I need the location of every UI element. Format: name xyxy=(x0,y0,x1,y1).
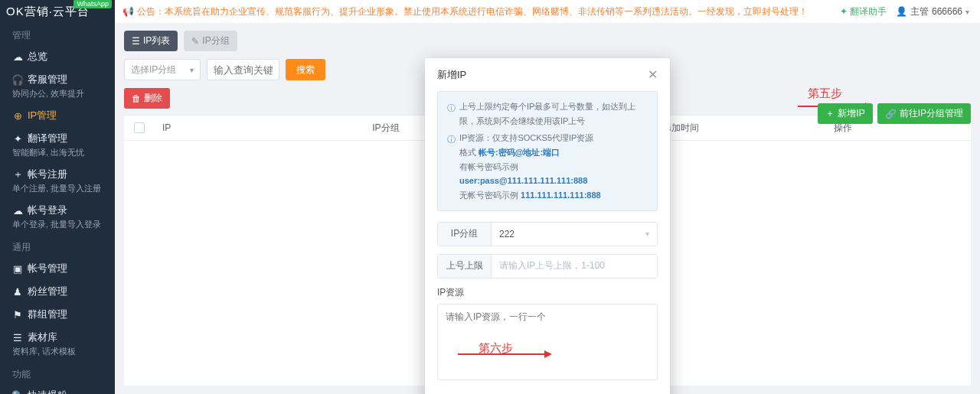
chevron-down-icon: ▾ xyxy=(965,8,969,16)
chevron-down-icon: ▾ xyxy=(190,66,194,74)
user-menu[interactable]: 👤 主管 666666 ▾ xyxy=(896,5,969,18)
sidebar-item-group-manage[interactable]: ⚑群组管理 xyxy=(0,303,115,326)
tab-ip-group[interactable]: ✎IP分组 xyxy=(184,31,237,51)
sidebar-item-fast-fans[interactable]: 🔍快速爆粉通讯录通道快速检测增粉 xyxy=(0,384,115,394)
search-button[interactable]: 搜索 xyxy=(286,59,325,80)
tag-icon: ✎ xyxy=(191,36,199,47)
info-icon: ⓘ xyxy=(447,132,456,202)
select-all-checkbox[interactable] xyxy=(134,122,145,133)
filter-group-select[interactable]: 选择IP分组 ▾ xyxy=(124,59,201,80)
chevron-down-icon: ▾ xyxy=(645,230,649,238)
sidebar-item-overview[interactable]: ☁总览 xyxy=(0,45,115,68)
announcement-text: 本系统旨在助力企业宣传、规范客服行为、提升企业形象。禁止使用本系统进行电信诈骗、… xyxy=(165,5,808,18)
headset-icon: 🎧 xyxy=(12,74,23,85)
ip-resource-textarea[interactable] xyxy=(437,304,658,380)
delete-button[interactable]: 🗑删除 xyxy=(124,88,170,109)
filter-keyword-input[interactable] xyxy=(207,59,279,80)
user-icon: 👤 xyxy=(896,6,907,17)
translate-helper-link[interactable]: ✦ 翻译助手 xyxy=(840,5,887,18)
whatsapp-badge: WhatsApp xyxy=(74,0,112,8)
form-value-group: 222 xyxy=(499,229,514,239)
globe-icon: ⊕ xyxy=(12,110,23,121)
sidebar-item-login[interactable]: ☁帐号登录单个登录, 批量导入登录 xyxy=(0,199,115,235)
sidebar-item-account-manage[interactable]: ▣帐号管理 xyxy=(0,257,115,280)
user-icon: ♟ xyxy=(12,286,23,297)
dialog-title: 新增IP xyxy=(437,68,466,82)
col-time: 添加时间 xyxy=(655,122,825,135)
user-role: 主管 xyxy=(910,5,929,18)
library-icon: ☰ xyxy=(12,332,23,343)
side-group-heading: 通用 xyxy=(0,235,115,257)
goto-ip-group-button[interactable]: 🔗前往IP分组管理 xyxy=(877,103,971,124)
plus-icon: ＋ xyxy=(12,169,23,180)
annotation-arrow-step6 xyxy=(458,353,546,355)
sidebar-item-ip-manage[interactable]: ⊕IP管理 xyxy=(0,104,115,127)
sidebar-item-cs-manage[interactable]: 🎧客服管理协同办公, 效率提升 xyxy=(0,68,115,104)
card-icon: ▣ xyxy=(12,263,23,274)
sidebar-item-fans-manage[interactable]: ♟粉丝管理 xyxy=(0,280,115,303)
side-group-heading: 管理 xyxy=(0,23,115,45)
link-icon: 🔗 xyxy=(885,109,897,119)
form-placeholder-limit: 请输入IP上号上限，1-100 xyxy=(499,259,605,272)
workspace: ☰IP列表 ✎IP分组 选择IP分组 ▾ 搜索 🗑删除 IP IP分组 已上号 … xyxy=(115,23,980,394)
sidebar-item-material-lib[interactable]: ☰素材库资料库, 话术模板 xyxy=(0,326,115,362)
tab-ip-list[interactable]: ☰IP列表 xyxy=(124,31,178,51)
annotation-step5: 第五步 xyxy=(808,86,842,101)
form-row-group[interactable]: IP分组 222▾ xyxy=(437,222,658,246)
info-icon: ⓘ xyxy=(447,101,456,128)
trash-icon: 🗑 xyxy=(132,93,141,104)
info-box: ⓘ上号上限约定每个IP最多可上号数量，如达到上限，系统则不会继续使用该IP上号 … xyxy=(437,91,658,211)
search-icon: 🔍 xyxy=(12,390,23,394)
add-ip-dialog: 新增IP ✕ ⓘ上号上限约定每个IP最多可上号数量，如达到上限，系统则不会继续使… xyxy=(425,58,670,394)
leaf-icon: ✦ xyxy=(840,6,848,17)
col-ip: IP xyxy=(155,122,364,133)
horn-icon: 📢 xyxy=(122,6,134,17)
dashboard-icon: ☁ xyxy=(12,51,23,62)
sidebar-item-translate-manage[interactable]: ✦翻译管理智能翻译, 出海无忧 xyxy=(0,127,115,163)
translate-icon: ✦ xyxy=(12,133,23,144)
form-label-resource: IP资源 xyxy=(437,286,658,299)
side-group-heading: 功能 xyxy=(0,362,115,384)
announcement-prefix: 公告： xyxy=(137,5,165,18)
announcement-bar: 📢 公告： 本系统旨在助力企业宣传、规范客服行为、提升企业形象。禁止使用本系统进… xyxy=(115,5,840,18)
sidebar-item-register[interactable]: ＋帐号注册单个注册, 批量导入注册 xyxy=(0,163,115,199)
add-ip-button[interactable]: ＋新增IP xyxy=(818,103,872,124)
form-label-group: IP分组 xyxy=(438,223,492,246)
sidebar: 管理 ☁总览 🎧客服管理协同办公, 效率提升 ⊕IP管理 ✦翻译管理智能翻译, … xyxy=(0,23,115,394)
list-icon: ☰ xyxy=(132,36,140,47)
close-icon[interactable]: ✕ xyxy=(648,67,658,82)
form-row-limit[interactable]: 上号上限 请输入IP上号上限，1-100 xyxy=(437,254,658,278)
user-name: 666666 xyxy=(932,6,962,17)
form-label-limit: 上号上限 xyxy=(438,255,492,278)
brand-block: OK营销·云平台 WhatsApp xyxy=(0,0,115,23)
upload-icon: ☁ xyxy=(12,205,23,216)
plus-icon: ＋ xyxy=(825,107,835,120)
users-icon: ⚑ xyxy=(12,309,23,320)
